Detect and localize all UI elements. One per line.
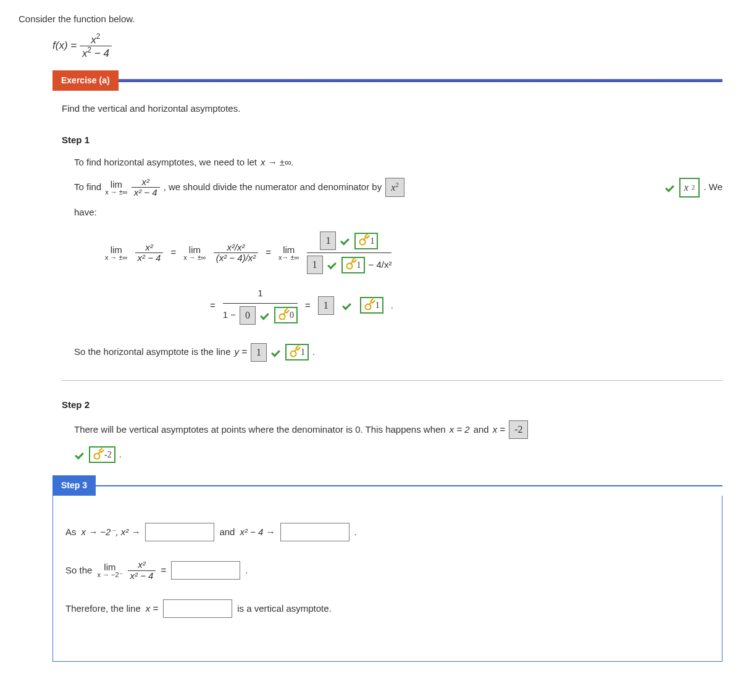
- answer-vertical-x[interactable]: -2: [509, 420, 528, 439]
- check-icon: [340, 236, 351, 245]
- key-horizontal-asymptote: 1: [285, 344, 309, 360]
- check-icon: [327, 260, 338, 269]
- step2-text: There will be vertical asymptotes at poi…: [74, 420, 722, 439]
- function-fraction: x2 x2 − 4: [80, 33, 112, 60]
- exercise-divider: [119, 79, 722, 82]
- answer-horizontal-asymptote[interactable]: 1: [251, 343, 267, 362]
- key-vertical-x: -2: [89, 446, 115, 463]
- input-onesided-limit[interactable]: [171, 561, 240, 580]
- key-denom-limit: 0: [274, 307, 298, 323]
- step1-conclusion: So the horizontal asymptote is the line …: [74, 343, 722, 362]
- step2-label: Step 2: [62, 398, 722, 412]
- step3-tab: Step 3: [52, 475, 96, 496]
- key-icon: [357, 235, 369, 247]
- step1-line2: To find limx → ±∞ x²x² − 4 , we should d…: [74, 177, 722, 198]
- step3-row2: So the limx → −2⁻ x²x² − 4 = .: [65, 560, 710, 581]
- fx-label: f(x) =: [52, 40, 77, 51]
- step1-line1: To find horizontal asymptotes, we need t…: [74, 156, 722, 170]
- key-icon: [362, 299, 374, 312]
- key-icon: [276, 309, 288, 322]
- input-xsq-limit[interactable]: [145, 523, 214, 541]
- step1-equation-line1: limx → ±∞ x²x² − 4 = limx → ±∞ x²/x²(x² …: [105, 231, 722, 274]
- divider: [62, 380, 722, 381]
- key-denominator-1: 1: [341, 257, 365, 273]
- step3-container: As x → −2⁻, x² → and x² − 4 → . So the l…: [52, 496, 722, 662]
- check-icon: [259, 311, 270, 320]
- answer-divide-by[interactable]: x2: [385, 178, 404, 197]
- step1-equation-line2: = 1 1 − 0 0 = 1 1 .: [210, 286, 722, 325]
- exercise-tab: Exercise (a): [52, 70, 119, 91]
- check-icon: [270, 348, 282, 357]
- answer-limit-value[interactable]: 1: [318, 296, 334, 315]
- key-divide-by: x2: [679, 178, 700, 198]
- step3-row1: As x → −2⁻, x² → and x² − 4 → .: [65, 523, 710, 541]
- key-icon: [91, 449, 103, 461]
- input-vertical-asymptote[interactable]: [163, 599, 232, 618]
- answer-denom-limit[interactable]: 0: [240, 306, 256, 325]
- step1-label: Step 1: [62, 133, 722, 148]
- step3-header: Step 3: [52, 475, 722, 496]
- check-icon: [341, 301, 353, 310]
- answer-numerator-1[interactable]: 1: [320, 231, 336, 250]
- step1-line3: have:: [74, 206, 722, 220]
- function-definition: f(x) = x2 x2 − 4: [52, 33, 722, 60]
- step3-divider: [96, 485, 722, 486]
- answer-denominator-1[interactable]: 1: [307, 256, 323, 274]
- key-limit-value: 1: [360, 297, 383, 314]
- key-icon: [287, 346, 299, 359]
- prompt-text: Consider the function below.: [19, 12, 722, 27]
- step2-feedback: -2 .: [74, 446, 722, 463]
- exercise-header: Exercise (a): [52, 70, 722, 91]
- check-icon: [74, 451, 85, 459]
- key-numerator-1: 1: [354, 233, 378, 249]
- step3-row3: Therefore, the line x = is a vertical as…: [65, 599, 710, 618]
- input-denom-limit[interactable]: [280, 523, 350, 541]
- key-icon: [343, 259, 356, 271]
- exercise-instruction: Find the vertical and horizontal asympto…: [62, 102, 722, 116]
- check-icon: [664, 183, 676, 192]
